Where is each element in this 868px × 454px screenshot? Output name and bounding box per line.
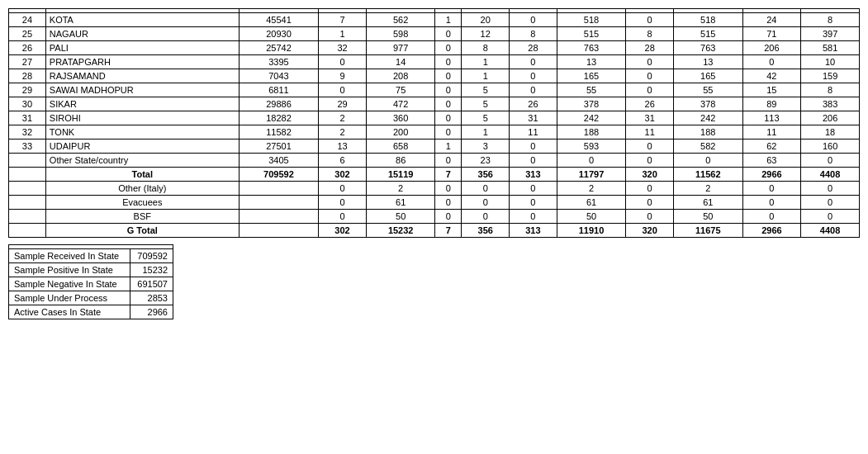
cell-todays-discharged: 0 (626, 196, 674, 210)
cell-cumulative-death: 5 (462, 97, 510, 111)
cell-cumulative-discharged: 582 (674, 140, 743, 154)
cell-todays-death: 0 (435, 196, 462, 210)
cell-cumulative-discharged: 165 (674, 69, 743, 83)
cell-cumulative-discharged: 763 (674, 41, 743, 55)
cell-cumulative-discharged: 378 (674, 97, 743, 111)
cell-cumulative-recovered: 518 (557, 13, 626, 27)
cell-active-case: 0 (742, 55, 801, 69)
cell-todays-discharged: 320 (626, 168, 674, 182)
cell-migrant-positive: 0 (801, 182, 860, 196)
cell-cumulative-positive: 15119 (366, 168, 435, 182)
cell-district: SAWAI MADHOPUR (45, 83, 239, 97)
cell-todays-discharged: 0 (626, 140, 674, 154)
cell-todays-recovered: 0 (510, 210, 557, 224)
cell-cumulative-recovered: 593 (557, 140, 626, 154)
cell-total-sample (239, 182, 318, 196)
summary-value: 2966 (130, 305, 173, 319)
cell-migrant-positive: 8 (801, 83, 860, 97)
cell-cumulative-death: 8 (462, 41, 510, 55)
cell-todays-discharged: 0 (626, 13, 674, 27)
cell-sno: 32 (9, 125, 46, 140)
cell-todays-recovered: 0 (510, 182, 557, 196)
cell-active-case: 42 (742, 69, 801, 83)
cell-todays-discharged: 0 (626, 69, 674, 83)
cell-todays-discharged: 0 (626, 210, 674, 224)
total-sno (9, 224, 46, 238)
cell-todays-death: 0 (435, 55, 462, 69)
cell-district: TONK (45, 125, 239, 140)
cell-migrant-positive: 397 (801, 27, 860, 41)
cell-total-sample: 45541 (239, 13, 318, 27)
cell-sno: 26 (9, 41, 46, 55)
cell-todays-recovered: 0 (510, 55, 557, 69)
cell-todays-positive: 302 (319, 168, 367, 182)
cell-todays-positive: 302 (319, 224, 367, 238)
cell-active-case: 2966 (742, 224, 801, 238)
cell-cumulative-positive: 562 (366, 13, 435, 27)
cell-todays-discharged: 0 (626, 83, 674, 97)
cell-cumulative-death: 356 (462, 168, 510, 182)
cell-todays-death: 7 (435, 224, 462, 238)
cell-active-case: 62 (742, 140, 801, 154)
cell-cumulative-discharged: 242 (674, 111, 743, 125)
summary-label: Sample Positive In State (9, 263, 130, 277)
cell-cumulative-discharged: 55 (674, 83, 743, 97)
cell-cumulative-positive: 2 (366, 182, 435, 196)
cell-cumulative-recovered: 165 (557, 69, 626, 83)
cell-todays-positive: 13 (319, 140, 367, 154)
cell-total-sample: 29886 (239, 97, 318, 111)
cell-district: PALI (45, 41, 239, 55)
cell-todays-recovered: 31 (510, 111, 557, 125)
cell-todays-death: 0 (435, 97, 462, 111)
cell-active-case: 11 (742, 125, 801, 140)
cell-todays-positive: 0 (319, 55, 367, 69)
cell-cumulative-recovered: 188 (557, 125, 626, 140)
total-label: BSF (45, 210, 239, 224)
cell-cumulative-discharged: 515 (674, 27, 743, 41)
cell-sno: 25 (9, 27, 46, 41)
cell-sno: 31 (9, 111, 46, 125)
cell-todays-positive: 0 (319, 182, 367, 196)
cell-district: SIROHI (45, 111, 239, 125)
cell-cumulative-death: 1 (462, 125, 510, 140)
cell-todays-death: 0 (435, 210, 462, 224)
total-label: Other (Italy) (45, 182, 239, 196)
cell-todays-discharged: 31 (626, 111, 674, 125)
cell-cumulative-death: 20 (462, 13, 510, 27)
cell-cumulative-death: 0 (462, 210, 510, 224)
cell-todays-positive: 32 (319, 41, 367, 55)
cell-todays-death: 0 (435, 154, 462, 168)
cell-total-sample: 7043 (239, 69, 318, 83)
cell-total-sample (239, 224, 318, 238)
total-sno (9, 168, 46, 182)
summary-label: Sample Negative In State (9, 277, 130, 291)
cell-todays-positive: 6 (319, 154, 367, 168)
cell-todays-death: 7 (435, 168, 462, 182)
cell-migrant-positive: 10 (801, 55, 860, 69)
cell-migrant-positive: 4408 (801, 168, 860, 182)
cell-active-case: 0 (742, 196, 801, 210)
cell-total-sample (239, 210, 318, 224)
cell-district: RAJSAMAND (45, 69, 239, 83)
cell-todays-positive: 0 (319, 210, 367, 224)
cell-cumulative-discharged: 61 (674, 196, 743, 210)
cell-sno (9, 154, 46, 168)
summary-label: Sample Under Process (9, 291, 130, 305)
cell-cumulative-discharged: 11562 (674, 168, 743, 182)
cell-todays-recovered: 0 (510, 154, 557, 168)
cell-active-case: 89 (742, 97, 801, 111)
cell-cumulative-positive: 61 (366, 196, 435, 210)
cell-total-sample: 27501 (239, 140, 318, 154)
total-label: G Total (45, 224, 239, 238)
cell-todays-death: 0 (435, 69, 462, 83)
cell-cumulative-positive: 360 (366, 111, 435, 125)
main-table: 24KOTA4554175621200518051824825NAGAUR209… (8, 8, 860, 238)
cell-sno: 33 (9, 140, 46, 154)
summary-label: Sample Received In State (9, 249, 130, 263)
cell-migrant-positive: 4408 (801, 224, 860, 238)
cell-active-case: 15 (742, 83, 801, 97)
cell-todays-recovered: 0 (510, 196, 557, 210)
cell-cumulative-discharged: 518 (674, 13, 743, 27)
cell-cumulative-death: 23 (462, 154, 510, 168)
summary-value: 2853 (130, 291, 173, 305)
